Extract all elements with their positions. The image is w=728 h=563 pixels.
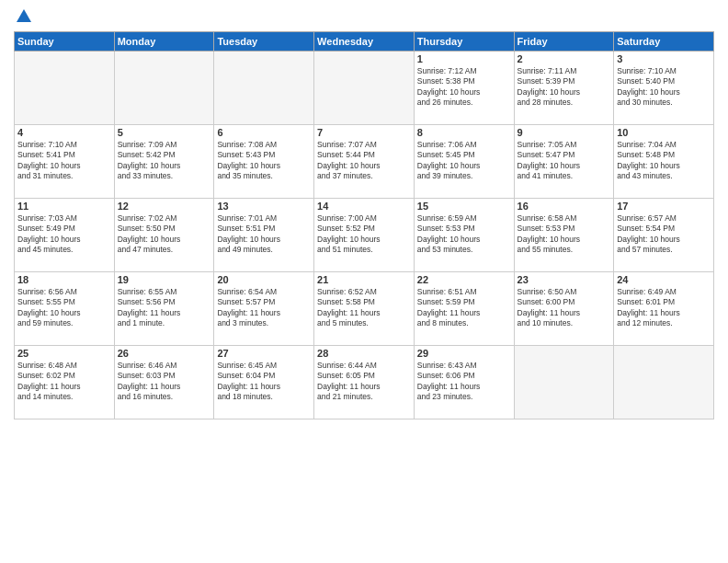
calendar-cell: 20Sunrise: 6:54 AM Sunset: 5:57 PM Dayli…	[214, 272, 314, 346]
day-info: Sunrise: 7:09 AM Sunset: 5:42 PM Dayligh…	[118, 140, 211, 182]
calendar-table: SundayMondayTuesdayWednesdayThursdayFrid…	[14, 31, 714, 419]
calendar-cell	[314, 52, 415, 125]
day-number: 12	[118, 201, 211, 212]
weekday-friday: Friday	[514, 32, 614, 52]
day-info: Sunrise: 7:05 AM Sunset: 5:47 PM Dayligh…	[518, 140, 611, 182]
day-info: Sunrise: 6:49 AM Sunset: 6:01 PM Dayligh…	[617, 287, 711, 329]
calendar-cell: 9Sunrise: 7:05 AM Sunset: 5:47 PM Daylig…	[514, 125, 614, 199]
calendar-cell: 10Sunrise: 7:04 AM Sunset: 5:48 PM Dayli…	[614, 125, 714, 199]
svg-marker-0	[17, 9, 31, 22]
calendar-cell: 24Sunrise: 6:49 AM Sunset: 6:01 PM Dayli…	[614, 272, 714, 346]
day-number: 18	[17, 274, 111, 285]
header	[14, 9, 714, 24]
calendar-cell: 1Sunrise: 7:12 AM Sunset: 5:38 PM Daylig…	[414, 52, 514, 125]
calendar-cell: 19Sunrise: 6:55 AM Sunset: 5:56 PM Dayli…	[114, 272, 214, 346]
calendar-body: 1Sunrise: 7:12 AM Sunset: 5:38 PM Daylig…	[15, 52, 714, 419]
day-info: Sunrise: 6:57 AM Sunset: 5:54 PM Dayligh…	[617, 213, 711, 256]
calendar-cell: 22Sunrise: 6:51 AM Sunset: 5:59 PM Dayli…	[414, 272, 514, 346]
week-row-5: 25Sunrise: 6:48 AM Sunset: 6:02 PM Dayli…	[15, 346, 714, 419]
day-number: 20	[217, 274, 311, 285]
day-number: 1	[417, 53, 511, 64]
day-number: 11	[17, 201, 111, 212]
day-info: Sunrise: 7:08 AM Sunset: 5:43 PM Dayligh…	[217, 140, 311, 182]
day-info: Sunrise: 7:10 AM Sunset: 5:41 PM Dayligh…	[17, 140, 111, 182]
calendar-cell: 25Sunrise: 6:48 AM Sunset: 6:02 PM Dayli…	[15, 346, 115, 419]
calendar-cell: 6Sunrise: 7:08 AM Sunset: 5:43 PM Daylig…	[214, 125, 314, 199]
day-number: 2	[518, 53, 611, 64]
calendar-cell: 5Sunrise: 7:09 AM Sunset: 5:42 PM Daylig…	[114, 125, 214, 199]
day-number: 23	[518, 274, 611, 285]
day-info: Sunrise: 7:06 AM Sunset: 5:45 PM Dayligh…	[417, 140, 511, 182]
day-number: 10	[617, 127, 711, 138]
day-info: Sunrise: 7:11 AM Sunset: 5:39 PM Dayligh…	[518, 66, 611, 109]
day-info: Sunrise: 6:46 AM Sunset: 6:03 PM Dayligh…	[118, 361, 211, 403]
day-number: 6	[217, 127, 311, 138]
day-number: 8	[417, 127, 511, 138]
week-row-2: 4Sunrise: 7:10 AM Sunset: 5:41 PM Daylig…	[15, 125, 714, 199]
day-number: 28	[317, 348, 411, 359]
day-info: Sunrise: 6:48 AM Sunset: 6:02 PM Dayligh…	[17, 361, 111, 403]
weekday-monday: Monday	[114, 32, 214, 52]
day-number: 19	[118, 274, 211, 285]
calendar-cell: 23Sunrise: 6:50 AM Sunset: 6:00 PM Dayli…	[514, 272, 614, 346]
day-number: 4	[17, 127, 111, 138]
week-row-1: 1Sunrise: 7:12 AM Sunset: 5:38 PM Daylig…	[15, 52, 714, 125]
day-info: Sunrise: 7:02 AM Sunset: 5:50 PM Dayligh…	[118, 213, 211, 256]
calendar-cell: 15Sunrise: 6:59 AM Sunset: 5:53 PM Dayli…	[414, 199, 514, 272]
day-number: 21	[317, 274, 411, 285]
calendar-cell: 26Sunrise: 6:46 AM Sunset: 6:03 PM Dayli…	[114, 346, 214, 419]
day-number: 24	[617, 274, 711, 285]
weekday-saturday: Saturday	[614, 32, 714, 52]
week-row-4: 18Sunrise: 6:56 AM Sunset: 5:55 PM Dayli…	[15, 272, 714, 346]
day-number: 14	[317, 201, 411, 212]
calendar-cell: 17Sunrise: 6:57 AM Sunset: 5:54 PM Dayli…	[614, 199, 714, 272]
weekday-sunday: Sunday	[15, 32, 115, 52]
day-info: Sunrise: 7:00 AM Sunset: 5:52 PM Dayligh…	[317, 213, 411, 256]
day-number: 13	[217, 201, 311, 212]
day-info: Sunrise: 7:03 AM Sunset: 5:49 PM Dayligh…	[17, 213, 111, 256]
weekday-wednesday: Wednesday	[314, 32, 415, 52]
weekday-tuesday: Tuesday	[214, 32, 314, 52]
calendar-cell: 21Sunrise: 6:52 AM Sunset: 5:58 PM Dayli…	[314, 272, 415, 346]
calendar-cell: 7Sunrise: 7:07 AM Sunset: 5:44 PM Daylig…	[314, 125, 415, 199]
day-number: 25	[17, 348, 111, 359]
day-number: 15	[417, 201, 511, 212]
calendar-cell	[214, 52, 314, 125]
day-info: Sunrise: 7:12 AM Sunset: 5:38 PM Dayligh…	[417, 66, 511, 109]
day-info: Sunrise: 6:43 AM Sunset: 6:06 PM Dayligh…	[417, 361, 511, 403]
calendar-cell: 16Sunrise: 6:58 AM Sunset: 5:53 PM Dayli…	[514, 199, 614, 272]
calendar-cell: 2Sunrise: 7:11 AM Sunset: 5:39 PM Daylig…	[514, 52, 614, 125]
day-info: Sunrise: 7:10 AM Sunset: 5:40 PM Dayligh…	[617, 66, 711, 109]
day-number: 5	[118, 127, 211, 138]
calendar-cell: 13Sunrise: 7:01 AM Sunset: 5:51 PM Dayli…	[214, 199, 314, 272]
calendar-cell: 11Sunrise: 7:03 AM Sunset: 5:49 PM Dayli…	[15, 199, 115, 272]
day-info: Sunrise: 7:07 AM Sunset: 5:44 PM Dayligh…	[317, 140, 411, 182]
calendar-cell: 12Sunrise: 7:02 AM Sunset: 5:50 PM Dayli…	[114, 199, 214, 272]
week-row-3: 11Sunrise: 7:03 AM Sunset: 5:49 PM Dayli…	[15, 199, 714, 272]
day-number: 26	[118, 348, 211, 359]
weekday-thursday: Thursday	[414, 32, 514, 52]
calendar-cell: 4Sunrise: 7:10 AM Sunset: 5:41 PM Daylig…	[15, 125, 115, 199]
day-info: Sunrise: 6:56 AM Sunset: 5:55 PM Dayligh…	[17, 287, 111, 329]
day-number: 27	[217, 348, 311, 359]
day-info: Sunrise: 6:52 AM Sunset: 5:58 PM Dayligh…	[317, 287, 411, 329]
day-number: 7	[317, 127, 411, 138]
day-info: Sunrise: 7:04 AM Sunset: 5:48 PM Dayligh…	[617, 140, 711, 182]
calendar-cell	[15, 52, 115, 125]
calendar-cell	[514, 346, 614, 419]
day-number: 29	[417, 348, 511, 359]
calendar-cell: 29Sunrise: 6:43 AM Sunset: 6:06 PM Dayli…	[414, 346, 514, 419]
day-number: 16	[518, 201, 611, 212]
day-number: 22	[417, 274, 511, 285]
calendar-cell: 27Sunrise: 6:45 AM Sunset: 6:04 PM Dayli…	[214, 346, 314, 419]
calendar-cell: 8Sunrise: 7:06 AM Sunset: 5:45 PM Daylig…	[414, 125, 514, 199]
day-number: 3	[617, 53, 711, 64]
day-info: Sunrise: 6:58 AM Sunset: 5:53 PM Dayligh…	[518, 213, 611, 256]
logo-icon	[16, 7, 32, 24]
day-number: 9	[518, 127, 611, 138]
weekday-header-row: SundayMondayTuesdayWednesdayThursdayFrid…	[15, 32, 714, 52]
calendar-cell: 28Sunrise: 6:44 AM Sunset: 6:05 PM Dayli…	[314, 346, 415, 419]
day-info: Sunrise: 6:51 AM Sunset: 5:59 PM Dayligh…	[417, 287, 511, 329]
calendar-cell: 3Sunrise: 7:10 AM Sunset: 5:40 PM Daylig…	[614, 52, 714, 125]
logo	[14, 9, 32, 24]
